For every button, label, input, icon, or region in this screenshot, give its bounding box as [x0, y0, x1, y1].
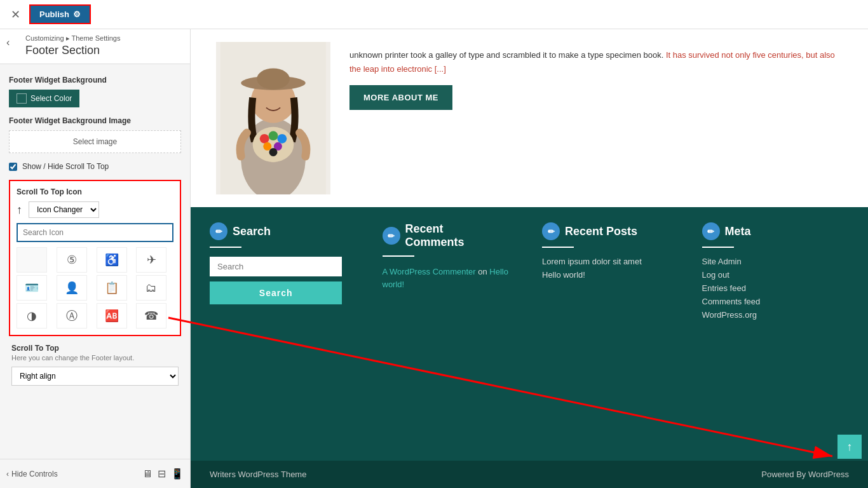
- show-hide-scroll-checkbox[interactable]: [9, 163, 17, 171]
- hide-controls-icon: ‹: [6, 470, 9, 478]
- search-widget-title: ✏ Search: [210, 222, 357, 240]
- commenter-link[interactable]: A WordPress Commenter: [383, 267, 476, 276]
- list-item: Comments feed: [702, 297, 837, 306]
- body-link[interactable]: It has survived not only five centuries,…: [349, 50, 835, 74]
- meta-link-5[interactable]: WordPress.org: [702, 310, 757, 320]
- show-hide-scroll-label: Show / Hide Scroll To Top: [22, 162, 109, 171]
- icon-cell-10[interactable]: 🆎: [97, 303, 127, 329]
- footer-search-input[interactable]: [210, 257, 342, 276]
- recent-posts-list: Lorem ipsum dolor sit amet Hello world!: [542, 257, 677, 280]
- main-container: ‹ Customizing ▸ Theme Settings Footer Se…: [0, 29, 868, 488]
- icon-changer-row: ↑ Icon Changer: [17, 201, 173, 218]
- icon-cell-9[interactable]: Ⓐ: [57, 303, 87, 329]
- arrow-up-icon: ↑: [17, 203, 22, 217]
- icon-cell-6[interactable]: 📋: [97, 275, 127, 301]
- recent-posts-divider: [542, 247, 574, 248]
- recent-comments-icon: ✏: [383, 227, 400, 245]
- footer-left-text: Writers WordPress Theme: [210, 470, 306, 479]
- icon-cell-1[interactable]: ⑤: [57, 247, 87, 273]
- meta-link-3[interactable]: Entries feed: [702, 283, 746, 293]
- search-divider: [210, 247, 241, 248]
- recent-posts-title: ✏ Recent Posts: [542, 222, 677, 240]
- select-image-button[interactable]: Select image: [9, 130, 181, 153]
- scroll-to-top-icon-label: Scroll To Top Icon: [17, 187, 173, 196]
- scroll-top-desc: Here you can change the Footer layout.: [11, 354, 179, 362]
- footer-right-text: Powered By WordPress: [761, 470, 849, 479]
- top-bar: ✕ Publish ⚙: [0, 0, 868, 29]
- select-color-label: Select Color: [31, 94, 72, 103]
- meta-title: ✏ Meta: [702, 222, 837, 240]
- recent-posts-widget: ✏ Recent Posts Lorem ipsum dolor sit ame…: [529, 222, 689, 448]
- search-widget-icon: ✏: [210, 222, 227, 240]
- publish-label: Publish: [39, 10, 69, 19]
- scroll-to-top-bottom: Scroll To Top Here you can change the Fo…: [9, 344, 181, 386]
- scroll-top-fab[interactable]: ↑: [837, 435, 862, 459]
- close-button[interactable]: ✕: [6, 6, 24, 24]
- more-about-button[interactable]: MORE ABOUT ME: [349, 85, 452, 110]
- icon-changer-select[interactable]: Icon Changer: [29, 201, 99, 218]
- view-icons: 🖥 ⊟ 📱: [142, 468, 184, 480]
- meta-list: Site Admin Log out Entries feed Comments…: [702, 257, 837, 320]
- footer-search-button[interactable]: Search: [210, 281, 342, 304]
- search-widget: ✏ Search Search: [210, 222, 370, 448]
- svg-point-6: [260, 134, 269, 144]
- icon-cell-3[interactable]: ✈: [136, 247, 166, 273]
- post-link-2[interactable]: Hello world!: [542, 270, 585, 280]
- publish-button[interactable]: Publish ⚙: [31, 6, 90, 23]
- icon-cell-8[interactable]: ◑: [17, 303, 47, 329]
- panel-scroll[interactable]: Footer Widget Background Select Color Fo…: [0, 64, 190, 459]
- list-item: Log out: [702, 270, 837, 280]
- content-text: unknown printer took a galley of type an…: [349, 42, 843, 110]
- icon-cell-4[interactable]: 🪪: [17, 275, 47, 301]
- footer-widget-bg-label: Footer Widget Background: [9, 76, 181, 85]
- body-text: unknown printer took a galley of type an…: [349, 48, 843, 76]
- meta-icon: ✏: [702, 222, 720, 240]
- icon-cell-2[interactable]: ♿: [97, 247, 127, 273]
- select-color-button[interactable]: Select Color: [9, 90, 79, 107]
- show-hide-scroll-row: Show / Hide Scroll To Top: [9, 162, 181, 171]
- footer-widget-bg-image-label: Footer Widget Background Image: [9, 116, 181, 125]
- list-item: Site Admin: [702, 257, 837, 266]
- meta-link-1[interactable]: Site Admin: [702, 257, 742, 266]
- content-top: unknown printer took a galley of type an…: [191, 29, 868, 207]
- hide-controls-button[interactable]: ‹ Hide Controls: [6, 470, 58, 478]
- icon-cell-7[interactable]: 🗂: [136, 275, 166, 301]
- back-button[interactable]: ‹: [6, 37, 10, 48]
- recent-comments-title-text: RecentComments: [405, 222, 465, 249]
- svg-point-9: [263, 142, 271, 151]
- footer: ✏ Search Search ✏ RecentComments A Wo: [191, 207, 868, 488]
- page-title: Footer Section: [25, 44, 181, 57]
- meta-widget: ✏ Meta Site Admin Log out Entries feed C…: [689, 222, 850, 448]
- mobile-view-button[interactable]: 📱: [171, 468, 184, 480]
- desktop-view-button[interactable]: 🖥: [142, 468, 153, 480]
- icon-grid: ⑤ ♿ ✈ 🪪 👤 📋 🗂 ◑ Ⓐ 🆎 ☎: [17, 247, 173, 329]
- list-item: Entries feed: [702, 283, 837, 293]
- meta-link-4[interactable]: Comments feed: [702, 297, 761, 306]
- tablet-view-button[interactable]: ⊟: [158, 468, 166, 480]
- right-align-select[interactable]: Right align Left align Center align: [11, 367, 179, 386]
- person-image: [216, 42, 330, 194]
- recent-posts-title-text: Recent Posts: [565, 225, 637, 238]
- recent-comments-divider: [383, 255, 414, 257]
- recent-posts-icon: ✏: [542, 222, 560, 240]
- post-link-1[interactable]: Lorem ipsum dolor sit amet: [542, 257, 642, 266]
- icon-cell-5[interactable]: 👤: [57, 275, 87, 301]
- list-item: Hello world!: [542, 270, 677, 280]
- svg-point-4: [257, 69, 290, 90]
- right-content: unknown printer took a galley of type an…: [191, 29, 868, 488]
- hide-controls-label: Hide Controls: [11, 470, 58, 478]
- list-item: WordPress.org: [702, 310, 837, 320]
- icon-cell-empty-1[interactable]: [17, 247, 47, 273]
- svg-point-11: [269, 148, 278, 156]
- icon-cell-11[interactable]: ☎: [136, 303, 166, 329]
- scroll-to-top-icon-section: Scroll To Top Icon ↑ Icon Changer ⑤ ♿ ✈ …: [9, 180, 181, 336]
- search-icon-input[interactable]: [17, 223, 173, 242]
- footer-bottom: Writers WordPress Theme Powered By WordP…: [191, 461, 868, 488]
- meta-link-2[interactable]: Log out: [702, 270, 729, 280]
- svg-point-8: [277, 134, 287, 144]
- left-panel: ‹ Customizing ▸ Theme Settings Footer Se…: [0, 29, 191, 488]
- list-item: Lorem ipsum dolor sit amet: [542, 257, 677, 266]
- meta-title-text: Meta: [725, 225, 751, 238]
- svg-point-7: [269, 131, 278, 140]
- search-widget-title-text: Search: [233, 225, 271, 238]
